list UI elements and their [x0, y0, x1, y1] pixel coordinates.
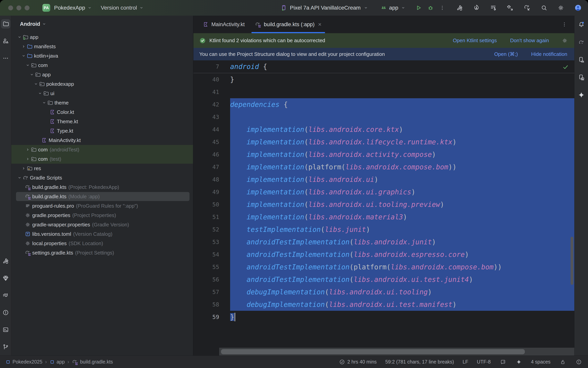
- encoding-widget[interactable]: UTF-8: [477, 359, 491, 365]
- project-tool-window-button[interactable]: [1, 19, 10, 28]
- minimize-window-button[interactable]: [16, 5, 21, 10]
- chevron-down-icon[interactable]: [29, 72, 35, 77]
- code-line-text[interactable]: debugImplementation(libs.androidx.ui.too…: [230, 286, 574, 298]
- line-number[interactable]: 45: [193, 136, 230, 148]
- breadcrumb-item[interactable]: build.gradle.kts: [72, 359, 113, 365]
- line-number[interactable]: 51: [193, 211, 230, 223]
- chevron-down-icon[interactable]: [21, 53, 27, 58]
- tree-item-libs-versions-toml[interactable]: libs.versions.toml(Version Catalog): [11, 229, 193, 239]
- code-line-text[interactable]: androidTestImplementation(libs.androidx.…: [230, 236, 574, 248]
- code-line-text[interactable]: implementation(libs.androidx.lifecycle.r…: [230, 136, 574, 148]
- tab-mainactivity[interactable]: MainActivity.kt: [198, 16, 250, 33]
- code-line-text[interactable]: }: [230, 73, 574, 86]
- line-number[interactable]: 7: [193, 60, 230, 73]
- code-line-text[interactable]: implementation(libs.androidx.ui): [230, 173, 574, 186]
- build-button[interactable]: [456, 4, 464, 12]
- tree-item-theme[interactable]: theme: [11, 98, 193, 107]
- tree-item-gradle-wrapper-properties[interactable]: gradle-wrapper.properties(Gradle Version…: [11, 220, 193, 229]
- more-tool-windows-button[interactable]: [1, 54, 10, 63]
- tree-item-build-gradle-kts[interactable]: build.gradle.kts(Module :app): [11, 192, 193, 201]
- device-selector[interactable]: Pixel 7a API VanillaIceCream: [280, 4, 369, 12]
- chevron-right-icon[interactable]: [21, 44, 27, 49]
- code-line[interactable]: 55 androidTestImplementation(platform(li…: [193, 261, 574, 273]
- code-line[interactable]: 48 implementation(libs.androidx.ui): [193, 173, 574, 186]
- code-line[interactable]: 46 implementation(libs.androidx.activity…: [193, 148, 574, 161]
- chevron-down-icon[interactable]: [17, 35, 22, 40]
- editor-options-button[interactable]: [560, 16, 569, 33]
- ai-spark-button[interactable]: [515, 359, 522, 366]
- code-line[interactable]: 59}: [193, 311, 574, 323]
- code-line[interactable]: 49 implementation(libs.androidx.ui.graph…: [193, 186, 574, 198]
- inspection-check-icon[interactable]: [562, 64, 569, 70]
- tree-item-com[interactable]: com(test): [11, 154, 193, 164]
- line-number[interactable]: 47: [193, 161, 230, 173]
- code-line-text[interactable]: }: [230, 311, 574, 323]
- line-number[interactable]: 56: [193, 273, 230, 286]
- code-line-text[interactable]: debugImplementation(libs.androidx.ui.tes…: [230, 298, 574, 311]
- code-line[interactable]: 57 debugImplementation(libs.androidx.ui.…: [193, 286, 574, 298]
- terminal-button[interactable]: [1, 325, 10, 334]
- chevron-down-icon[interactable]: [17, 175, 22, 180]
- line-number[interactable]: 44: [193, 123, 230, 136]
- line-number[interactable]: 50: [193, 198, 230, 211]
- code-line-text[interactable]: implementation(libs.androidx.core.ktx): [230, 123, 574, 136]
- line-number[interactable]: 41: [193, 86, 230, 98]
- line-number[interactable]: 57: [193, 286, 230, 298]
- apply-changes-button[interactable]: [472, 4, 481, 12]
- code-line-text[interactable]: implementation(libs.androidx.ui.graphics…: [230, 186, 574, 198]
- code-line-text[interactable]: androidTestImplementation(libs.androidx.…: [230, 273, 574, 286]
- code-line[interactable]: 54 androidTestImplementation(libs.androi…: [193, 248, 574, 261]
- notifications-button[interactable]: [577, 20, 586, 29]
- session-time-widget[interactable]: 2 hrs 40 mins: [339, 359, 377, 365]
- scrollbar-thumb[interactable]: [221, 349, 525, 355]
- error-indicator-button[interactable]: [575, 358, 583, 366]
- caret-position-widget[interactable]: 59:2 (781 chars, 17 line breaks): [385, 359, 454, 365]
- tree-item-manifests[interactable]: manifests: [11, 42, 193, 51]
- dont-show-again-link[interactable]: Don't show again: [509, 37, 550, 44]
- chevron-down-icon[interactable]: [25, 63, 31, 68]
- close-tab-icon[interactable]: ×: [318, 21, 322, 27]
- chevron-right-icon[interactable]: [21, 166, 27, 171]
- code-line-text[interactable]: androidTestImplementation(libs.androidx.…: [230, 248, 574, 261]
- tree-item-color-kt[interactable]: Color.kt: [11, 107, 193, 117]
- code-line[interactable]: 43: [193, 111, 574, 123]
- indent-widget[interactable]: 4 spaces: [531, 359, 551, 365]
- code-line[interactable]: 58 debugImplementation(libs.androidx.ui.…: [193, 298, 574, 311]
- open-project-structure-link[interactable]: Open (⌘;): [493, 51, 519, 57]
- more-run-actions-button[interactable]: [439, 4, 446, 11]
- line-number[interactable]: 59: [193, 311, 230, 323]
- attach-debugger-button[interactable]: [506, 4, 514, 12]
- gradle-sync-button[interactable]: [523, 3, 531, 12]
- code-line[interactable]: 45 implementation(libs.androidx.lifecycl…: [193, 136, 574, 148]
- code-line-text[interactable]: android {: [230, 60, 574, 73]
- line-number[interactable]: 58: [193, 298, 230, 311]
- run-button[interactable]: [414, 4, 423, 12]
- code-line-text[interactable]: [230, 111, 574, 123]
- user-avatar[interactable]: [574, 3, 583, 12]
- search-everywhere-button[interactable]: [540, 4, 548, 12]
- code-line-text[interactable]: implementation(libs.androidx.activity.co…: [230, 148, 574, 161]
- line-number[interactable]: 53: [193, 236, 230, 248]
- code-line[interactable]: 40}: [193, 73, 574, 86]
- resource-manager-button[interactable]: [1, 36, 10, 46]
- settings-button[interactable]: [557, 4, 565, 12]
- problems-button[interactable]: [1, 308, 10, 317]
- app-quality-insights-button[interactable]: [1, 274, 10, 283]
- code-line-text[interactable]: dependencies {: [230, 98, 574, 111]
- chevron-down-icon[interactable]: [33, 82, 39, 87]
- project-view-selector[interactable]: Android: [19, 20, 47, 28]
- line-number[interactable]: 52: [193, 223, 230, 236]
- line-number[interactable]: 49: [193, 186, 230, 198]
- code-line[interactable]: 53 androidTestImplementation(libs.androi…: [193, 236, 574, 248]
- lock-button[interactable]: [559, 358, 567, 366]
- line-ending-widget[interactable]: LF: [463, 359, 468, 365]
- code-line-text[interactable]: androidTestImplementation(platform(libs.…: [230, 261, 574, 273]
- running-devices-button[interactable]: [577, 73, 586, 82]
- code-editor[interactable]: 40}4142dependencies {4344 implementation…: [193, 73, 574, 323]
- zoom-window-button[interactable]: [25, 5, 29, 10]
- code-line[interactable]: 42dependencies {: [193, 98, 574, 111]
- chevron-down-icon[interactable]: [37, 91, 43, 96]
- breadcrumb-item[interactable]: Pokedex2025: [5, 359, 42, 365]
- tree-item-app[interactable]: app: [11, 32, 193, 42]
- tree-item-com[interactable]: com(androidTest): [11, 145, 193, 154]
